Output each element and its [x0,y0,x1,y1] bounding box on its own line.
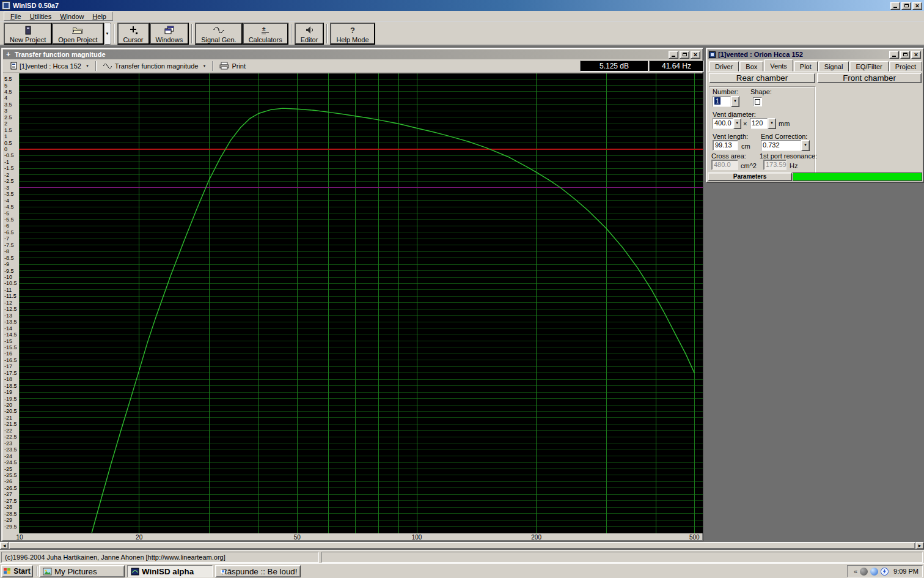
plot-close-button[interactable]: × [691,51,700,59]
vent-length-input[interactable]: 99.13 [713,140,738,150]
y-tick-label: 3 [4,108,19,114]
y-tick-label: 5.5 [4,76,19,82]
y-tick-label: 0.5 [4,140,19,146]
y-tick-label: -24.5 [4,459,19,465]
minimize-button[interactable] [890,2,900,10]
cross-area-label: Cross area: [711,152,746,160]
plot-restore-button[interactable] [680,51,689,59]
chevron-down-icon[interactable]: ▼ [731,96,739,107]
tray-messenger-icon[interactable] [870,568,878,576]
vent-shape-button[interactable] [753,97,762,106]
close-button[interactable]: × [912,2,922,10]
taskbar-button-my-pictures[interactable]: My Pictures [39,565,125,577]
menu-utilities[interactable]: Utilities [26,12,56,21]
vent-number-combo[interactable]: 1 ▼ [713,96,739,107]
end-correction-combo[interactable]: 0.732 ▼ [761,140,810,151]
help-mode-button[interactable]: ? Help Mode [330,23,375,45]
plot-area[interactable] [19,73,703,533]
svg-text:±: ± [262,26,266,32]
y-tick-label: -24 [4,453,19,459]
mdi-horizontal-scrollbar[interactable]: ◀ ▶ [0,542,924,549]
vent-restore-button[interactable] [900,51,910,59]
menu-band: File Utilities Window Help [4,12,113,21]
signal-gen-button[interactable]: Signal Gen. [195,23,242,45]
chevron-down-icon[interactable]: ▼ [801,140,810,151]
print-button[interactable]: Print [217,60,248,72]
plot-minimize-button[interactable] [669,51,678,59]
graph-type-combo[interactable]: Transfer function magnitude ▼ [100,60,209,72]
tab-plot[interactable]: Plot [794,61,818,72]
parameters-button[interactable]: Parameters [708,172,792,181]
chevron-down-icon: ▼ [86,64,89,68]
y-tick-label: -27.5 [4,498,19,504]
window-title: WinISD 0.50a7 [13,2,889,9]
vent-window-titlebar[interactable]: [1]vented : Orion Hcca 152 × [708,50,922,59]
x-tick-label: 500 [685,534,703,541]
tab-eq-filter[interactable]: EQ/Filter [849,61,888,72]
tab-signal[interactable]: Signal [818,61,849,72]
vent-diameter-w-combo[interactable]: 400.0 ▼ [713,118,741,129]
plot-window-titlebar[interactable]: + Transfer function magnitude × [3,50,702,59]
cursor-button[interactable]: Cursor [117,23,150,45]
plot-window-title: Transfer function magnitude [15,51,667,58]
scrollbar-thumb[interactable] [9,542,915,549]
tab-project[interactable]: Project [889,61,922,72]
tray-chevron-icon[interactable]: « [854,568,857,575]
y-tick-label: -5 [4,210,19,217]
tab-driver[interactable]: Driver [709,61,739,72]
front-chamber-button[interactable]: Front chamber [817,73,922,83]
restore-button[interactable] [901,2,911,10]
windows-button[interactable]: Windows [150,23,189,45]
tab-vents[interactable]: Vents [764,59,793,72]
menu-file[interactable]: File [6,12,26,21]
plot-grid-and-curve [19,73,703,533]
main-toolbar: New Project Open Project ▼ Cursor Window… [0,21,924,46]
toolbar-separator [114,24,115,43]
vent-minimize-button[interactable] [889,51,899,59]
printer-icon [219,62,229,70]
calculators-button[interactable]: ± Calculators [243,23,288,45]
project-selector-combo[interactable]: [1]vented : Hcca 152 ▼ [8,60,92,72]
y-tick-label: -3.5 [4,191,19,197]
vent-diameter-h-value: 120 [750,118,768,129]
menu-window[interactable]: Window [56,12,88,21]
tray-app-icon[interactable] [860,568,868,576]
chevron-down-icon[interactable]: ▼ [733,118,741,129]
y-tick-label: -14.5 [4,332,19,338]
db-readout: 5.125 dB [580,61,648,72]
taskbar-clock: 9:09 PM [893,568,919,575]
vent-length-label: Vent length: [713,133,748,140]
taskbar-button-browser[interactable]: Răspunde :: Be loud! Din... [215,565,301,577]
editor-button[interactable]: Editor [295,23,324,45]
scroll-left-arrow[interactable]: ◀ [0,542,9,549]
x-tick-label: 50 [288,534,306,541]
end-correction-value: 0.732 [761,140,801,151]
project-icon [10,62,17,70]
chevron-down-icon[interactable]: ▼ [768,118,776,129]
taskbar-button-winisd[interactable]: WinISD alpha [127,565,213,577]
vent-close-button[interactable]: × [911,51,921,59]
x-axis: 102050100200500 [19,533,703,541]
scroll-right-arrow[interactable]: ▶ [915,542,924,549]
open-project-dropdown[interactable]: ▼ [104,23,111,45]
windows-icon [164,25,174,35]
print-label: Print [232,62,246,70]
menu-help[interactable]: Help [88,12,111,21]
vent-diameter-h-combo[interactable]: 120 ▼ [750,118,776,129]
desktop: WinISD 0.50a7 × File Utilities Window He… [0,0,924,578]
plot-toolbar: [1]vented : Hcca 152 ▼ Transfer function… [3,59,702,73]
x-tick-label: 200 [527,534,546,541]
rear-chamber-button[interactable]: Rear chamber [709,73,815,83]
y-tick-label: -23 [4,440,19,446]
start-button[interactable]: Start [1,565,33,577]
vent-tab-bar: Driver Box Vents Plot Signal EQ/Filter P… [708,60,922,72]
tray-power-icon[interactable] [881,568,889,576]
new-project-button[interactable]: New Project [4,23,52,45]
y-tick-label: -20 [4,402,19,408]
y-tick-label: -12 [4,300,19,306]
tab-box[interactable]: Box [739,61,763,72]
y-tick-label: -12.5 [4,306,19,312]
cross-area-unit: cm^2 [741,162,757,169]
open-project-button[interactable]: Open Project [52,23,103,45]
taskbar-divider [37,566,38,576]
